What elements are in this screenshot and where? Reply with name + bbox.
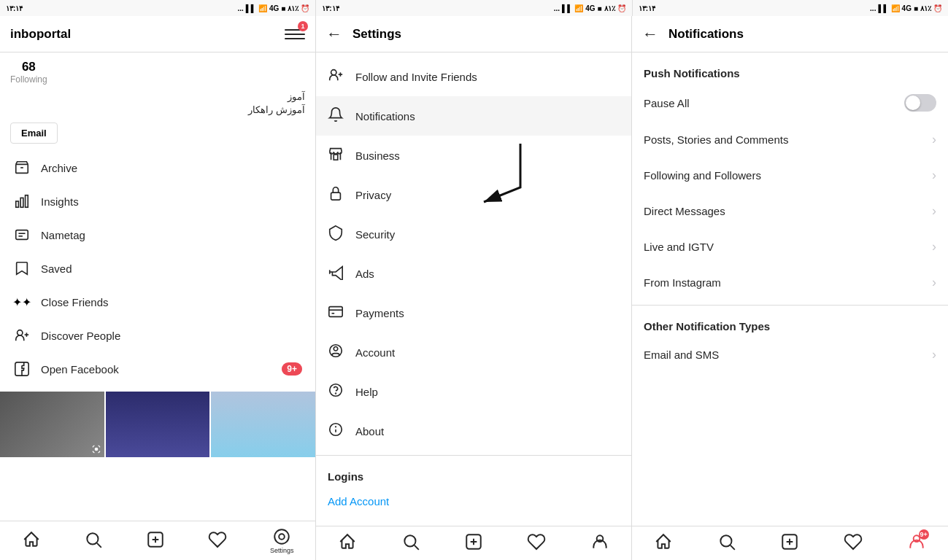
about-label: About (355, 425, 384, 438)
settings-item-security[interactable]: Security (316, 214, 631, 254)
add-business-link[interactable]: Add a Business Account... (316, 517, 631, 526)
logins-section: Logins (316, 460, 631, 486)
follow-invite-label: Follow and Invite Friends (355, 71, 477, 83)
following-followers-label: Following and Followers (644, 169, 761, 182)
settings-item-ads[interactable]: Ads (316, 254, 631, 293)
home-icon[interactable] (22, 530, 41, 552)
other-notifications-heading: Other Notification Types (632, 310, 948, 337)
email-sms-label: Email and SMS (644, 349, 719, 361)
menu-item-open-facebook[interactable]: Open Facebook 9+ (10, 352, 305, 386)
archive-label: Archive (41, 162, 77, 174)
menu-item-saved[interactable]: Saved (10, 252, 305, 285)
left-panel: inboportal 1 68 Following آموزآموزش راهک… (0, 16, 316, 560)
menu-item-archive[interactable]: Archive (10, 151, 305, 184)
svg-rect-2 (16, 201, 19, 207)
push-notifications-heading: Push Notifications (632, 57, 948, 84)
right-plus-icon[interactable] (780, 532, 799, 554)
close-friends-icon: ✦✦ (13, 293, 31, 311)
following-stat: 68 Following (10, 60, 47, 85)
heart-icon[interactable] (208, 530, 227, 552)
live-igtv-item[interactable]: Live and IGTV › (632, 229, 948, 265)
ads-label: Ads (355, 268, 374, 280)
mid-search-icon[interactable] (401, 532, 420, 554)
following-followers-item[interactable]: Following and Followers › (632, 158, 948, 193)
right-search-icon[interactable] (717, 532, 736, 554)
svg-point-36 (404, 535, 415, 546)
logins-heading: Logins (328, 470, 363, 483)
menu-item-insights[interactable]: Insights (10, 184, 305, 218)
pause-all-item[interactable]: Pause All (632, 84, 948, 122)
direct-messages-label: Direct Messages (644, 205, 725, 217)
menu-item-close-friends[interactable]: ✦✦ Close Friends (10, 285, 305, 319)
discover-people-icon (13, 327, 31, 344)
svg-rect-26 (329, 307, 342, 317)
card-icon (328, 303, 344, 322)
privacy-label: Privacy (355, 189, 391, 201)
svg-point-13 (87, 533, 98, 544)
nametag-label: Nametag (41, 229, 85, 241)
svg-point-18 (274, 529, 289, 544)
chevron-right-icon-2: › (932, 168, 936, 183)
right-panel: ← Notifications Push Notifications Pause… (632, 16, 948, 560)
security-label: Security (355, 228, 395, 241)
notification-badge: 1 (298, 21, 308, 31)
chevron-right-icon-3: › (932, 203, 936, 219)
email-sms-item[interactable]: Email and SMS › (632, 337, 948, 373)
svg-rect-24 (331, 192, 341, 200)
plus-icon[interactable] (146, 530, 165, 552)
mid-home-icon[interactable] (338, 532, 357, 554)
megaphone-icon (328, 264, 344, 283)
settings-item-follow-invite[interactable]: Follow and Invite Friends (316, 57, 631, 96)
settings-item-help[interactable]: Help (316, 372, 631, 411)
settings-item-privacy[interactable]: Privacy (316, 175, 631, 214)
settings-label: Settings (270, 547, 294, 554)
svg-rect-23 (334, 155, 338, 160)
right-profile-icon[interactable]: 9+ (907, 532, 926, 554)
right-home-icon[interactable] (654, 532, 673, 554)
settings-bottom[interactable]: Settings (270, 527, 294, 554)
mid-profile-icon[interactable] (590, 532, 609, 554)
settings-item-notifications[interactable]: Notifications (316, 96, 631, 136)
pause-all-toggle[interactable] (904, 94, 936, 112)
settings-item-payments[interactable]: Payments (316, 293, 631, 332)
username-title: inboportal (10, 27, 71, 42)
svg-line-44 (731, 545, 735, 550)
posts-stories-item[interactable]: Posts, Stories and Comments › (632, 122, 948, 158)
insights-label: Insights (41, 195, 79, 208)
add-account-link[interactable]: Add Account (316, 486, 631, 517)
from-instagram-item[interactable]: From Instagram › (632, 265, 948, 300)
info-circle-icon (328, 421, 344, 440)
svg-point-19 (279, 534, 285, 540)
search-icon[interactable] (84, 530, 103, 552)
direct-messages-item[interactable]: Direct Messages › (632, 193, 948, 229)
mid-heart-icon[interactable] (527, 532, 546, 554)
email-button[interactable]: Email (10, 122, 58, 144)
settings-item-business[interactable]: Business (316, 136, 631, 175)
svg-point-43 (720, 535, 731, 546)
close-friends-label: Close Friends (41, 296, 109, 308)
discover-people-label: Discover People (41, 330, 120, 342)
settings-item-about[interactable]: About (316, 411, 631, 451)
facebook-badge: 9+ (282, 362, 302, 376)
payments-label: Payments (355, 307, 404, 319)
following-count: 68 (22, 60, 36, 74)
right-heart-icon[interactable] (844, 532, 863, 554)
hamburger-button[interactable]: 1 (285, 24, 305, 44)
settings-item-account[interactable]: Account (316, 332, 631, 372)
svg-point-8 (18, 330, 23, 335)
media-thumb-3 (211, 392, 315, 457)
chevron-right-icon-5: › (932, 275, 936, 290)
svg-point-30 (334, 347, 338, 351)
right-back-button[interactable]: ← (642, 25, 658, 44)
menu-item-discover-people[interactable]: Discover People (10, 319, 305, 352)
mid-back-button[interactable]: ← (326, 25, 342, 44)
svg-point-20 (331, 70, 336, 75)
left-menu: Archive Insights Nametag (10, 151, 305, 386)
status-bar-mid: ۱۳:۱۴ ... ▌▌ 📶 4G ■ ۸۱٪ ⏰ (316, 0, 632, 16)
menu-item-nametag[interactable]: Nametag (10, 218, 305, 252)
media-thumb-2 (106, 392, 210, 457)
bio-text: آموزآموزش راهکار (10, 90, 305, 117)
mid-plus-icon[interactable] (464, 532, 483, 554)
svg-rect-3 (20, 198, 23, 208)
notifications-label: Notifications (355, 110, 415, 122)
